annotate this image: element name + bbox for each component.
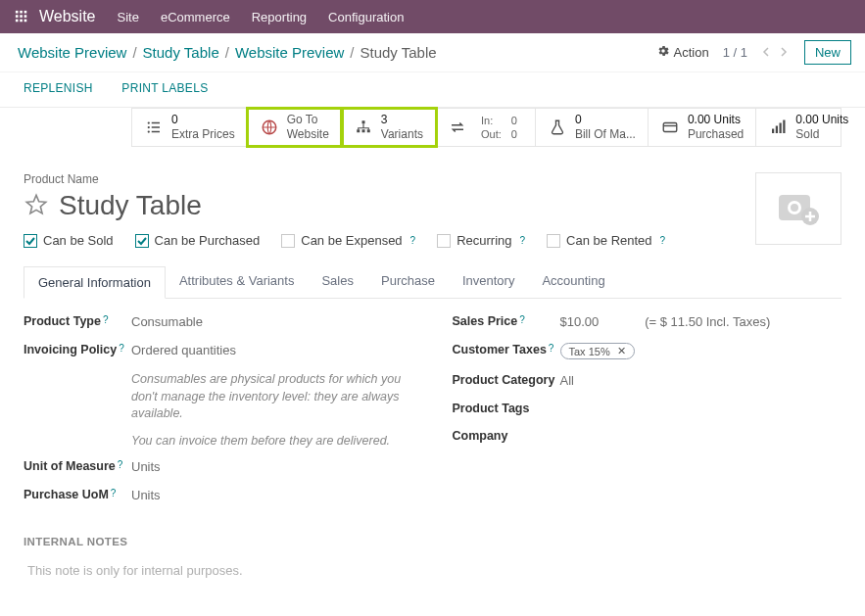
tab-general-information[interactable]: General Information [24, 266, 166, 299]
out-value: 0 [507, 128, 521, 140]
svg-rect-2 [24, 11, 27, 14]
control-row: Website Preview/ Study Table/ Website Pr… [0, 33, 865, 72]
help-icon[interactable]: ? [118, 459, 123, 470]
help-icon[interactable]: ? [103, 314, 109, 325]
check-can-be-purchased[interactable]: Can be Purchased [135, 233, 261, 248]
help-icon[interactable]: ? [119, 343, 124, 354]
tax-tag[interactable]: Tax 15% ✕ [560, 343, 635, 359]
print-labels-button[interactable]: PRINT LABELS [121, 81, 208, 95]
tab-purchase[interactable]: Purchase [367, 265, 449, 298]
product-name[interactable]: Study Table [59, 190, 202, 221]
top-menu-site[interactable]: Site [118, 10, 139, 24]
breadcrumb-item[interactable]: Website Preview [235, 44, 344, 61]
svg-rect-7 [20, 20, 23, 23]
product-name-label: Product Name [24, 172, 740, 186]
form-sheet: 0Extra Prices Go ToWebsite 3Variants In:… [0, 108, 865, 601]
stat-purchased[interactable]: 0.00 UnitsPurchased [649, 109, 756, 146]
svg-point-11 [148, 126, 150, 128]
breadcrumb-item[interactable]: Website Preview [18, 44, 126, 61]
stat-goto-website[interactable]: Go ToWebsite [248, 109, 342, 146]
svg-rect-3 [16, 15, 19, 18]
value-product-type[interactable]: Consumable [131, 314, 413, 329]
svg-rect-19 [367, 129, 370, 132]
stat-value: 0.00 Units [795, 113, 848, 127]
check-recurring[interactable]: Recurring? [437, 233, 525, 248]
new-button[interactable]: New [804, 40, 851, 65]
flask-icon [548, 118, 567, 137]
check-label: Can be Rented [566, 233, 651, 248]
breadcrumb: Website Preview/ Study Table/ Website Pr… [18, 44, 437, 61]
svg-rect-17 [357, 129, 360, 132]
svg-rect-6 [16, 20, 19, 23]
svg-point-13 [148, 130, 150, 132]
tab-sales[interactable]: Sales [308, 265, 367, 298]
stat-label: Variants [381, 127, 423, 142]
value-invoicing-policy[interactable]: Ordered quantities [131, 343, 413, 357]
help-icon[interactable]: ? [111, 488, 117, 498]
tab-inventory[interactable]: Inventory [449, 265, 528, 298]
top-menu-ecommerce[interactable]: eCommerce [161, 10, 230, 24]
in-label: In: [477, 115, 505, 126]
stat-value: 0 [575, 113, 636, 127]
help-icon[interactable]: ? [519, 314, 525, 325]
value-purchase-uom[interactable]: Units [131, 488, 413, 502]
replenish-button[interactable]: REPLENISH [24, 81, 93, 95]
tab-attributes-variants[interactable]: Attributes & Variants [166, 265, 309, 298]
top-menu-configuration[interactable]: Configuration [328, 10, 404, 24]
stat-label: Website [287, 127, 329, 142]
svg-rect-16 [361, 120, 364, 123]
tax-tag-label: Tax 15% [569, 346, 610, 357]
gear-icon [656, 44, 670, 61]
help-icon[interactable]: ? [549, 343, 554, 354]
svg-rect-4 [20, 15, 23, 18]
help-icon[interactable]: ? [410, 235, 416, 246]
product-flags: Can be Sold Can be Purchased Can be Expe… [24, 233, 740, 248]
internal-notes-header: INTERNAL NOTES [24, 536, 841, 547]
tab-accounting[interactable]: Accounting [528, 265, 618, 298]
check-label: Recurring [457, 233, 511, 248]
stat-label: Extra Prices [171, 127, 235, 142]
stat-variants[interactable]: 3Variants [342, 109, 436, 146]
stat-label: Go To [287, 113, 329, 127]
top-menu-reporting[interactable]: Reporting [252, 10, 307, 24]
check-can-be-expensed[interactable]: Can be Expensed? [281, 233, 415, 248]
stat-extra-prices[interactable]: 0Extra Prices [132, 109, 248, 146]
stat-value: 0 [171, 113, 235, 127]
value-sales-price[interactable]: $10.00 [560, 314, 600, 329]
check-can-be-sold[interactable]: Can be Sold [24, 233, 114, 248]
value-product-category[interactable]: All [560, 373, 842, 388]
label-invoicing-policy: Invoicing Policy [24, 343, 117, 356]
pager-prev[interactable] [761, 45, 773, 60]
sub-actions: REPLENISH PRINT LABELS [0, 72, 865, 108]
help-icon[interactable]: ? [660, 235, 666, 246]
stat-sold[interactable]: 0.00 UnitsSold [756, 109, 860, 146]
action-dropdown[interactable]: Action [656, 44, 709, 61]
apps-icon[interactable] [12, 7, 31, 26]
stat-bom[interactable]: 0Bill Of Ma... [536, 109, 649, 146]
svg-rect-12 [152, 126, 160, 128]
breadcrumb-item[interactable]: Study Table [143, 44, 219, 61]
help-icon[interactable]: ? [520, 235, 526, 246]
svg-rect-18 [361, 129, 364, 132]
label-customer-taxes: Customer Taxes [453, 343, 547, 356]
favorite-star-icon[interactable] [24, 192, 49, 220]
remove-tag-icon[interactable]: ✕ [617, 345, 626, 357]
internal-notes-input[interactable]: This note is only for internal purposes. [24, 563, 841, 578]
pager[interactable]: 1 / 1 [723, 45, 747, 60]
form-col-left: Product Type? Consumable Invoicing Polic… [24, 314, 413, 516]
transfer-icon [448, 118, 467, 137]
top-navbar: Website Site eCommerce Reporting Configu… [0, 0, 865, 33]
svg-rect-22 [776, 126, 778, 134]
pager-next[interactable] [779, 45, 791, 60]
product-image-upload[interactable] [755, 172, 841, 245]
stat-value: 3 [381, 113, 423, 127]
stat-label: Bill Of Ma... [575, 127, 636, 142]
label-product-tags: Product Tags [453, 402, 560, 415]
brand-title[interactable]: Website [39, 8, 96, 25]
card-icon [660, 118, 680, 137]
value-uom[interactable]: Units [131, 459, 413, 474]
svg-point-27 [791, 204, 798, 212]
check-can-be-rented[interactable]: Can be Rented? [547, 233, 665, 248]
top-menu: Site eCommerce Reporting Configuration [118, 10, 405, 24]
stat-in-out[interactable]: In:0Out:0 [436, 109, 536, 146]
